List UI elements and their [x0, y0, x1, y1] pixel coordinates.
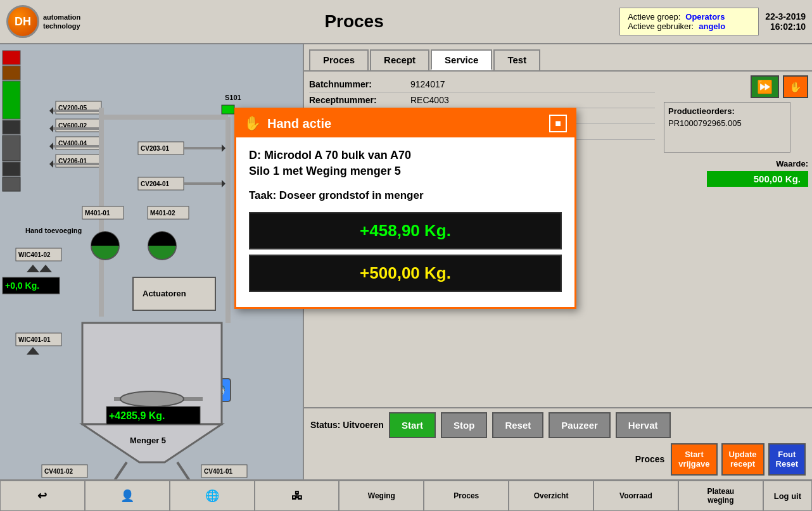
modal-body: D: Microdol A 70 bulk van A70 Silo 1 met…: [236, 137, 574, 307]
modal-task: Taak: Doseer grondstof in menger: [249, 189, 562, 202]
modal-description: D: Microdol A 70 bulk van A70 Silo 1 met…: [249, 148, 562, 179]
modal-header: ✋ Hand actie ■: [236, 110, 574, 137]
modal-value-1: +458,90 Kg.: [249, 212, 562, 249]
modal-close-button[interactable]: ■: [549, 115, 567, 132]
modal-overlay: ✋ Hand actie ■ D: Microdol A 70 bulk van…: [0, 0, 812, 511]
hand-actie-modal: ✋ Hand actie ■ D: Microdol A 70 bulk van…: [234, 108, 576, 309]
modal-value-2: +500,00 Kg.: [249, 255, 562, 292]
hand-actie-icon: ✋: [244, 115, 261, 132]
modal-title: Hand actie: [267, 117, 331, 131]
main-container: CV200-05 CV600-02 CV400-04 CV206-01: [0, 44, 812, 479]
